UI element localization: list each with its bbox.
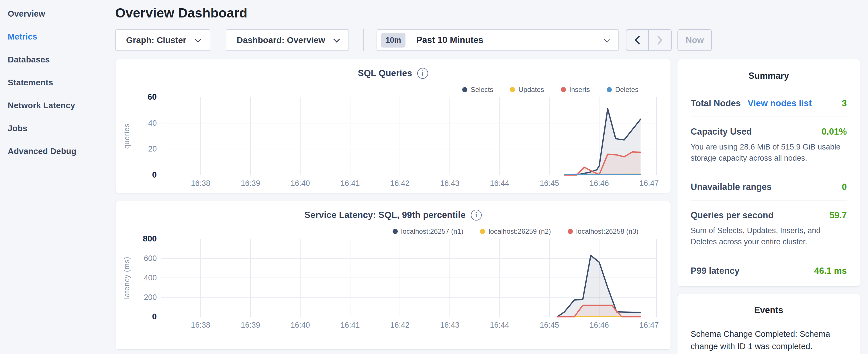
summary-row-description: You are using 28.6 MiB of 515.9 GiB usab… [691, 141, 847, 164]
sql-queries-plot: 16:3816:3916:4016:4116:4216:4316:4416:45… [116, 94, 671, 189]
svg-text:400: 400 [144, 273, 157, 282]
legend-item: localhost:26258 (n3) [568, 227, 639, 235]
svg-text:20: 20 [148, 144, 157, 153]
svg-text:16:45: 16:45 [539, 179, 559, 188]
chevron-left-icon [633, 35, 641, 45]
sql-queries-chart-card: SQL Queries i SelectsUpdatesInsertsDelet… [115, 59, 671, 193]
summary-divider [691, 200, 847, 200]
sidebar-item-network-latency[interactable]: Network Latency [0, 94, 115, 117]
service-latency-plot: 16:3816:3916:4016:4116:4216:4316:4416:45… [116, 236, 671, 330]
main-content: Overview Dashboard Graph: Cluster Dashbo… [115, 0, 868, 354]
next-time-button[interactable] [649, 30, 671, 51]
side-column: Summary Total NodesView nodes list3Capac… [677, 59, 860, 354]
svg-text:16:43: 16:43 [440, 179, 460, 188]
info-icon[interactable]: i [417, 68, 428, 79]
summary-title: Summary [691, 71, 847, 81]
graph-scope-dropdown[interactable]: Graph: Cluster [115, 29, 210, 51]
svg-text:16:39: 16:39 [241, 179, 260, 188]
summary-row-description: Sum of Selects, Updates, Inserts, and De… [691, 225, 847, 248]
svg-text:16:38: 16:38 [191, 179, 210, 188]
svg-text:latency (ms): latency (ms) [123, 257, 131, 299]
svg-text:600: 600 [144, 254, 157, 263]
time-range-dropdown[interactable]: 10m Past 10 Minutes [376, 29, 619, 51]
svg-text:40: 40 [148, 119, 157, 127]
page-title: Overview Dashboard [115, 5, 860, 21]
svg-text:60: 60 [148, 94, 157, 101]
legend-dot-icon [393, 229, 398, 234]
summary-row: Capacity Used0.01%You are using 28.6 MiB… [691, 127, 847, 164]
summary-divider [691, 172, 847, 172]
view-nodes-list-link[interactable]: View nodes list [748, 98, 811, 108]
dashboard-label: Dashboard: Overview [237, 35, 325, 45]
graph-scope-label: Graph: Cluster [126, 35, 186, 45]
summary-row: Unavailable ranges0 [691, 182, 847, 192]
chevron-down-icon [195, 36, 202, 43]
event-message: Schema Change Completed: Schema change w… [691, 328, 847, 353]
summary-row-value: 59.7 [830, 210, 847, 221]
sidebar-item-databases[interactable]: Databases [0, 48, 115, 71]
summary-divider [691, 256, 847, 256]
legend-dot-icon [510, 87, 515, 92]
now-button[interactable]: Now [677, 29, 712, 51]
legend-item: localhost:26259 (n2) [480, 227, 551, 235]
svg-text:800: 800 [143, 236, 157, 243]
svg-text:16:38: 16:38 [191, 321, 210, 329]
legend-dot-icon [607, 87, 612, 92]
summary-rows: Total NodesView nodes list3Capacity Used… [691, 98, 847, 276]
app-root: OverviewMetricsDatabasesStatementsNetwor… [0, 0, 868, 354]
chevron-right-icon [656, 35, 664, 45]
sidebar-item-metrics[interactable]: Metrics [0, 25, 115, 48]
legend-label: localhost:26257 (n1) [401, 227, 463, 235]
events-panel: Events Schema Change Completed: Schema c… [677, 294, 860, 354]
svg-text:16:44: 16:44 [490, 179, 509, 188]
summary-row-label: Unavailable ranges [691, 182, 772, 192]
svg-text:16:41: 16:41 [340, 179, 360, 188]
events-title: Events [691, 305, 847, 315]
legend-dot-icon [480, 229, 485, 234]
dashboard-dropdown[interactable]: Dashboard: Overview [226, 29, 349, 51]
summary-row-label: P99 latency [691, 266, 740, 276]
time-range-label: Past 10 Minutes [416, 35, 484, 45]
svg-text:16:47: 16:47 [639, 179, 659, 188]
svg-text:16:40: 16:40 [290, 179, 310, 188]
legend-dot-icon [561, 87, 566, 92]
toolbar: Graph: Cluster Dashboard: Overview 10m P… [115, 29, 860, 51]
legend-label: Updates [518, 86, 544, 94]
legend-label: Inserts [569, 86, 590, 94]
chart-title: Service Latency: SQL, 99th percentile [304, 210, 465, 220]
legend-label: Selects [471, 86, 493, 94]
summary-row-label: Queries per second [691, 210, 773, 221]
chevron-down-icon [334, 36, 340, 43]
summary-panel: Summary Total NodesView nodes list3Capac… [677, 59, 860, 287]
prev-time-button[interactable] [626, 30, 649, 51]
svg-text:16:45: 16:45 [539, 321, 559, 329]
sidebar-item-advanced-debug[interactable]: Advanced Debug [0, 140, 115, 163]
sidebar-item-overview[interactable]: Overview [0, 2, 115, 25]
sidebar-item-statements[interactable]: Statements [0, 71, 115, 94]
chart-title-row: Service Latency: SQL, 99th percentile i [116, 210, 671, 221]
legend-dot-icon [568, 229, 573, 234]
legend-item: Updates [510, 86, 544, 94]
service-latency-chart-card: Service Latency: SQL, 99th percentile i … [115, 201, 671, 350]
event-item[interactable]: Schema Change Completed: Schema change w… [691, 328, 847, 354]
events-list: Schema Change Completed: Schema change w… [691, 328, 847, 354]
legend-label: localhost:26258 (n3) [576, 227, 639, 235]
svg-text:16:39: 16:39 [241, 321, 260, 329]
info-icon[interactable]: i [471, 210, 482, 221]
summary-divider [691, 117, 847, 117]
toolbar-divider [363, 29, 364, 51]
svg-text:16:40: 16:40 [290, 321, 310, 329]
sidebar-item-jobs[interactable]: Jobs [0, 117, 115, 140]
sidebar: OverviewMetricsDatabasesStatementsNetwor… [0, 0, 115, 354]
svg-text:0: 0 [152, 170, 157, 179]
svg-text:16:42: 16:42 [390, 321, 410, 329]
summary-row-value: 0 [842, 182, 847, 192]
svg-text:0: 0 [152, 312, 157, 321]
legend-label: localhost:26259 (n2) [489, 227, 551, 235]
dashboard-body: SQL Queries i SelectsUpdatesInsertsDelet… [115, 59, 860, 354]
summary-row-value: 46.1 ms [814, 266, 847, 276]
svg-text:16:43: 16:43 [440, 321, 460, 329]
summary-row-label: Total Nodes [691, 98, 741, 108]
legend-item: Selects [462, 86, 493, 94]
time-range-badge: 10m [381, 33, 405, 47]
